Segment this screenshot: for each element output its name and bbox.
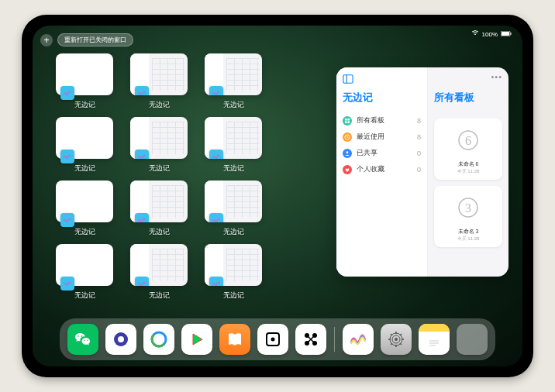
svg-rect-3 — [343, 75, 353, 84]
dock — [60, 318, 495, 360]
window-preview — [205, 117, 262, 159]
plus-icon: + — [43, 36, 49, 45]
qq-browser-icon[interactable] — [143, 324, 174, 355]
window-preview — [130, 117, 188, 159]
sidebar-item-heart[interactable]: 个人收藏0 — [343, 161, 421, 177]
svg-point-10 — [346, 151, 349, 153]
app-window-thumbnail[interactable]: 无边记 — [205, 53, 262, 114]
app-label: 无边记 — [74, 291, 95, 301]
freeform-popover: 无边记 所有看板8最近使用8已共享0个人收藏0 ••• 所有看板 6未命名 6今… — [336, 67, 508, 277]
window-preview — [56, 244, 113, 286]
app-window-thumbnail[interactable]: 无边记 — [205, 181, 262, 241]
app-window-thumbnail[interactable]: 无边记 — [130, 181, 188, 241]
sidebar-item-label: 最近使用 — [357, 132, 384, 142]
freeform-icon — [60, 150, 74, 163]
svg-point-20 — [271, 338, 275, 342]
window-preview — [205, 181, 262, 222]
svg-line-33 — [400, 343, 402, 345]
settings-icon[interactable] — [381, 324, 412, 355]
popover-title: 无边记 — [343, 91, 421, 105]
window-preview — [56, 53, 113, 95]
people-icon — [343, 149, 352, 158]
app-switcher-grid: 无边记无边记无边记无边记无边记无边记无边记无边记无边记无边记无边记无边记 — [56, 53, 336, 304]
window-preview — [130, 244, 188, 286]
board-preview: 6 — [451, 123, 485, 157]
sidebar-item-count: 0 — [417, 166, 421, 174]
sidebar-item-clock[interactable]: 最近使用8 — [343, 129, 421, 145]
popover-right-title: 所有看板 — [434, 91, 502, 105]
window-preview — [56, 181, 113, 222]
sidebar-item-people[interactable]: 已共享0 — [343, 145, 421, 161]
app-label: 无边记 — [74, 163, 95, 174]
board-preview: 3 — [451, 191, 485, 225]
iqiyi-icon[interactable] — [181, 324, 212, 355]
dice-icon[interactable] — [257, 324, 288, 355]
add-window-button[interactable]: + — [40, 34, 53, 46]
app-window-thumbnail[interactable]: 无边记 — [130, 53, 188, 114]
freeform-icon — [60, 86, 74, 100]
wechat-icon[interactable] — [67, 324, 98, 355]
app-window-thumbnail[interactable]: 无边记 — [130, 117, 188, 177]
app-label: 无边记 — [149, 163, 170, 174]
app-window-thumbnail[interactable]: 无边记 — [205, 244, 262, 304]
app-window-thumbnail[interactable]: 无边记 — [56, 53, 113, 114]
svg-rect-8 — [347, 121, 350, 123]
ipad-frame: 100% + 重新打开已关闭的窗口 无边记无边记无边记无边记无边记无边记无边记无… — [22, 15, 533, 377]
board-name: 未命名 6 — [439, 160, 498, 168]
app-label: 无边记 — [223, 291, 244, 301]
top-controls: + 重新打开已关闭的窗口 — [40, 33, 133, 46]
sidebar-item-grid[interactable]: 所有看板8 — [343, 112, 421, 129]
window-preview — [205, 244, 262, 286]
freeform-icon — [209, 213, 223, 222]
app-window-thumbnail[interactable]: 无边记 — [56, 244, 113, 304]
window-preview — [56, 117, 113, 159]
freeform-icon — [209, 86, 223, 95]
svg-rect-5 — [345, 118, 347, 120]
freeform-icon — [135, 150, 149, 159]
app-window-thumbnail[interactable]: 无边记 — [56, 181, 113, 241]
app-label: 无边记 — [223, 100, 244, 110]
notes-icon[interactable] — [419, 324, 450, 355]
app-window-thumbnail[interactable]: 无边记 — [56, 117, 113, 177]
clock-icon — [343, 132, 352, 142]
app-window-thumbnail[interactable]: 无边记 — [130, 244, 188, 304]
heart-icon — [343, 165, 352, 174]
app-label: 无边记 — [149, 100, 170, 110]
board-card[interactable]: 3未命名 3今天 11:28 — [434, 186, 502, 247]
svg-text:3: 3 — [465, 201, 471, 215]
battery-percent: 100% — [482, 31, 498, 38]
freeform-icon — [135, 277, 149, 286]
app-window-thumbnail[interactable]: 无边记 — [205, 117, 262, 177]
freeform-icon — [60, 277, 74, 291]
window-icon[interactable] — [343, 74, 353, 84]
app-label: 无边记 — [223, 163, 244, 174]
app-label: 无边记 — [74, 227, 95, 237]
sidebar-item-count: 8 — [417, 117, 421, 125]
wifi-icon — [471, 30, 479, 38]
sidebar-item-count: 8 — [417, 133, 421, 141]
freeform-icon — [135, 86, 149, 95]
app-label: 无边记 — [223, 227, 244, 237]
sidebar-item-label: 已共享 — [357, 148, 377, 158]
sidebar-item-count: 0 — [417, 150, 421, 157]
freeform-icon — [60, 213, 74, 227]
reopen-closed-window-button[interactable]: 重新打开已关闭的窗口 — [57, 33, 133, 46]
window-preview — [205, 53, 262, 95]
board-card[interactable]: 6未命名 6今天 11:28 — [434, 119, 502, 180]
svg-line-34 — [391, 343, 392, 345]
ipad-screen: 100% + 重新打开已关闭的窗口 无边记无边记无边记无边记无边记无边记无边记无… — [33, 26, 522, 366]
connect-icon[interactable] — [295, 324, 326, 355]
dock-separator — [334, 327, 335, 352]
quark-icon[interactable] — [105, 324, 136, 355]
svg-rect-2 — [511, 33, 512, 35]
board-date: 今天 11:28 — [439, 236, 498, 242]
app-library-icon[interactable] — [457, 324, 488, 355]
battery-icon — [501, 31, 512, 38]
svg-line-35 — [400, 334, 402, 335]
freeform-icon[interactable] — [343, 324, 374, 355]
app-label: 无边记 — [149, 227, 170, 237]
svg-line-32 — [391, 334, 392, 335]
more-icon[interactable]: ••• — [491, 72, 502, 81]
sidebar-item-label: 所有看板 — [357, 115, 384, 126]
books-icon[interactable] — [219, 324, 250, 355]
